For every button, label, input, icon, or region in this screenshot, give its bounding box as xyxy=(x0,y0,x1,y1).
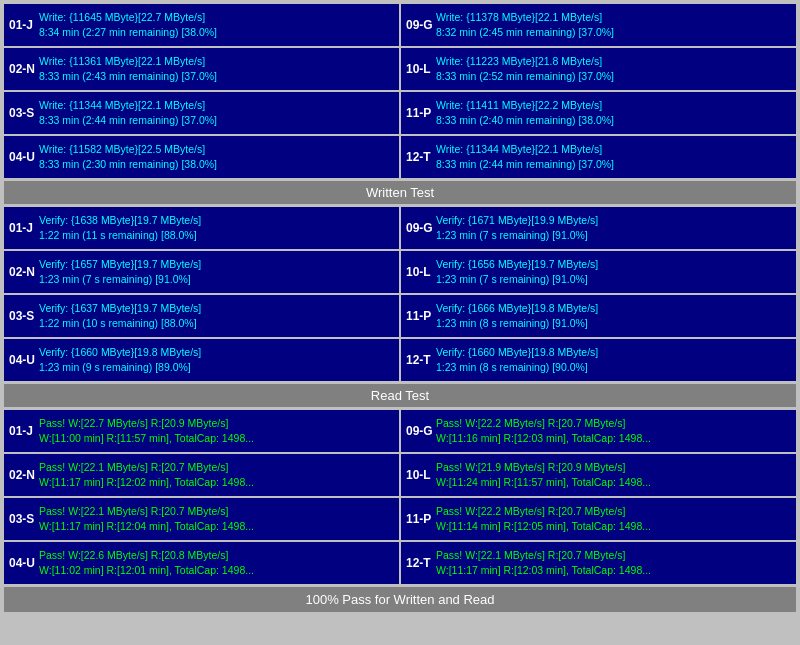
cell-content-01j-write: Write: {11645 MByte}[22.7 MByte/s] 8:34 … xyxy=(39,10,394,39)
main-container: 01-J Write: {11645 MByte}[22.7 MByte/s] … xyxy=(0,0,800,616)
cell-content-04u-write: Write: {11582 MByte}[22.5 MByte/s] 8:33 … xyxy=(39,142,394,171)
cell-content-01j-verify: Verify: {1638 MByte}[19.7 MByte/s] 1:22 … xyxy=(39,213,394,242)
cell-03s-verify: 03-S Verify: {1637 MByte}[19.7 MByte/s] … xyxy=(4,295,399,337)
cell-content-11p-pass: Pass! W:[22.2 MByte/s] R:[20.7 MByte/s] … xyxy=(436,504,791,533)
cell-03s-pass: 03-S Pass! W:[22.1 MByte/s] R:[20.7 MByt… xyxy=(4,498,399,540)
cell-content-04u-pass: Pass! W:[22.6 MByte/s] R:[20.8 MByte/s] … xyxy=(39,548,394,577)
cell-id-12t-p: 12-T xyxy=(406,556,436,570)
cell-id-03s-v: 03-S xyxy=(9,309,39,323)
cell-03s-write: 03-S Write: {11344 MByte}[22.1 MByte/s] … xyxy=(4,92,399,134)
cell-id-11p: 11-P xyxy=(406,106,436,120)
cell-id-03s-p: 03-S xyxy=(9,512,39,526)
cell-id-02n-v: 02-N xyxy=(9,265,39,279)
cell-01j-verify: 01-J Verify: {1638 MByte}[19.7 MByte/s] … xyxy=(4,207,399,249)
cell-content-09g-write: Write: {11378 MByte}[22.1 MByte/s] 8:32 … xyxy=(436,10,791,39)
cell-content-09g-verify: Verify: {1671 MByte}[19.9 MByte/s] 1:23 … xyxy=(436,213,791,242)
cell-id-02n: 02-N xyxy=(9,62,39,76)
cell-id-01j: 01-J xyxy=(9,18,39,32)
cell-10l-write: 10-L Write: {11223 MByte}[21.8 MByte/s] … xyxy=(401,48,796,90)
cell-12t-verify: 12-T Verify: {1660 MByte}[19.8 MByte/s] … xyxy=(401,339,796,381)
cell-12t-pass: 12-T Pass! W:[22.1 MByte/s] R:[20.7 MByt… xyxy=(401,542,796,584)
cell-content-11p-write: Write: {11411 MByte}[22.2 MByte/s] 8:33 … xyxy=(436,98,791,127)
cell-id-10l: 10-L xyxy=(406,62,436,76)
cell-09g-verify: 09-G Verify: {1671 MByte}[19.9 MByte/s] … xyxy=(401,207,796,249)
cell-11p-pass: 11-P Pass! W:[22.2 MByte/s] R:[20.7 MByt… xyxy=(401,498,796,540)
cell-02n-pass: 02-N Pass! W:[22.1 MByte/s] R:[20.7 MByt… xyxy=(4,454,399,496)
cell-content-02n-pass: Pass! W:[22.1 MByte/s] R:[20.7 MByte/s] … xyxy=(39,460,394,489)
cell-04u-write: 04-U Write: {11582 MByte}[22.5 MByte/s] … xyxy=(4,136,399,178)
cell-content-03s-pass: Pass! W:[22.1 MByte/s] R:[20.7 MByte/s] … xyxy=(39,504,394,533)
cell-09g-pass: 09-G Pass! W:[22.2 MByte/s] R:[20.7 MByt… xyxy=(401,410,796,452)
cell-id-04u: 04-U xyxy=(9,150,39,164)
cell-content-02n-write: Write: {11361 MByte}[22.1 MByte/s] 8:33 … xyxy=(39,54,394,83)
cell-content-04u-verify: Verify: {1660 MByte}[19.8 MByte/s] 1:23 … xyxy=(39,345,394,374)
cell-content-12t-verify: Verify: {1660 MByte}[19.8 MByte/s] 1:23 … xyxy=(436,345,791,374)
cell-content-01j-pass: Pass! W:[22.7 MByte/s] R:[20.9 MByte/s] … xyxy=(39,416,394,445)
cell-id-02n-p: 02-N xyxy=(9,468,39,482)
cell-10l-verify: 10-L Verify: {1656 MByte}[19.7 MByte/s] … xyxy=(401,251,796,293)
cell-02n-write: 02-N Write: {11361 MByte}[22.1 MByte/s] … xyxy=(4,48,399,90)
cell-content-09g-pass: Pass! W:[22.2 MByte/s] R:[20.7 MByte/s] … xyxy=(436,416,791,445)
cell-id-03s: 03-S xyxy=(9,106,39,120)
written-test-section: 01-J Write: {11645 MByte}[22.7 MByte/s] … xyxy=(4,4,796,178)
final-status: 100% Pass for Written and Read xyxy=(4,587,796,612)
cell-id-10l-v: 10-L xyxy=(406,265,436,279)
cell-content-10l-write: Write: {11223 MByte}[21.8 MByte/s] 8:33 … xyxy=(436,54,791,83)
cell-10l-pass: 10-L Pass! W:[21.9 MByte/s] R:[20.9 MByt… xyxy=(401,454,796,496)
cell-id-12t-v: 12-T xyxy=(406,353,436,367)
cell-01j-write: 01-J Write: {11645 MByte}[22.7 MByte/s] … xyxy=(4,4,399,46)
cell-id-12t: 12-T xyxy=(406,150,436,164)
cell-content-02n-verify: Verify: {1657 MByte}[19.7 MByte/s] 1:23 … xyxy=(39,257,394,286)
cell-content-11p-verify: Verify: {1666 MByte}[19.8 MByte/s] 1:23 … xyxy=(436,301,791,330)
cell-id-04u-v: 04-U xyxy=(9,353,39,367)
cell-id-09g-v: 09-G xyxy=(406,221,436,235)
cell-01j-pass: 01-J Pass! W:[22.7 MByte/s] R:[20.9 MByt… xyxy=(4,410,399,452)
cell-content-03s-verify: Verify: {1637 MByte}[19.7 MByte/s] 1:22 … xyxy=(39,301,394,330)
cell-id-01j-v: 01-J xyxy=(9,221,39,235)
cell-09g-write: 09-G Write: {11378 MByte}[22.1 MByte/s] … xyxy=(401,4,796,46)
written-test-header: Written Test xyxy=(4,181,796,204)
cell-11p-verify: 11-P Verify: {1666 MByte}[19.8 MByte/s] … xyxy=(401,295,796,337)
cell-04u-pass: 04-U Pass! W:[22.6 MByte/s] R:[20.8 MByt… xyxy=(4,542,399,584)
cell-id-11p-p: 11-P xyxy=(406,512,436,526)
cell-content-03s-write: Write: {11344 MByte}[22.1 MByte/s] 8:33 … xyxy=(39,98,394,127)
read-test-header: Read Test xyxy=(4,384,796,407)
cell-content-10l-verify: Verify: {1656 MByte}[19.7 MByte/s] 1:23 … xyxy=(436,257,791,286)
cell-id-09g-p: 09-G xyxy=(406,424,436,438)
cell-content-10l-pass: Pass! W:[21.9 MByte/s] R:[20.9 MByte/s] … xyxy=(436,460,791,489)
read-test-grid: 01-J Pass! W:[22.7 MByte/s] R:[20.9 MByt… xyxy=(4,410,796,584)
cell-content-12t-write: Write: {11344 MByte}[22.1 MByte/s] 8:33 … xyxy=(436,142,791,171)
verify-test-grid: 01-J Verify: {1638 MByte}[19.7 MByte/s] … xyxy=(4,207,796,381)
cell-12t-write: 12-T Write: {11344 MByte}[22.1 MByte/s] … xyxy=(401,136,796,178)
read-test-section: 01-J Pass! W:[22.7 MByte/s] R:[20.9 MByt… xyxy=(4,410,796,584)
cell-content-12t-pass: Pass! W:[22.1 MByte/s] R:[20.7 MByte/s] … xyxy=(436,548,791,577)
written-test-grid: 01-J Write: {11645 MByte}[22.7 MByte/s] … xyxy=(4,4,796,178)
cell-id-10l-p: 10-L xyxy=(406,468,436,482)
cell-id-01j-p: 01-J xyxy=(9,424,39,438)
verify-test-section: 01-J Verify: {1638 MByte}[19.7 MByte/s] … xyxy=(4,207,796,381)
cell-02n-verify: 02-N Verify: {1657 MByte}[19.7 MByte/s] … xyxy=(4,251,399,293)
cell-04u-verify: 04-U Verify: {1660 MByte}[19.8 MByte/s] … xyxy=(4,339,399,381)
cell-11p-write: 11-P Write: {11411 MByte}[22.2 MByte/s] … xyxy=(401,92,796,134)
cell-id-09g: 09-G xyxy=(406,18,436,32)
cell-id-04u-p: 04-U xyxy=(9,556,39,570)
cell-id-11p-v: 11-P xyxy=(406,309,436,323)
